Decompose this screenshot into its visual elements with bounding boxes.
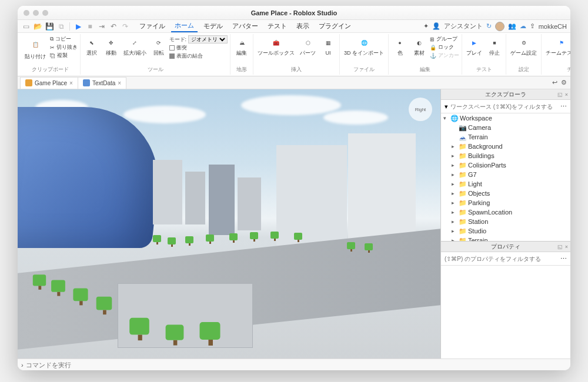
menu-avatar[interactable]: アバター — [229, 21, 262, 32]
group-tools-title: ツール — [148, 66, 163, 73]
explorer-tree[interactable]: ▾🌐 Workspace 📷Camera🗻Terrain▸📁Background… — [441, 113, 570, 241]
menu-test[interactable]: テスト — [264, 21, 290, 32]
tree-item[interactable]: ▸📁Parking — [441, 198, 570, 207]
game-settings-button[interactable]: ⚙ゲーム設定 — [509, 35, 539, 58]
assistant-label[interactable]: アシスタント — [444, 22, 483, 31]
step-icon[interactable]: ⇥ — [97, 22, 106, 31]
play-big-icon: ▶ — [468, 36, 481, 49]
menu-home[interactable]: ホーム — [171, 20, 198, 32]
duplicate-button[interactable]: ⿻複製 — [50, 52, 78, 59]
viewport-3d[interactable]: Right — [18, 89, 441, 358]
tab-textdata[interactable]: TextData × — [78, 77, 126, 89]
view-compass[interactable]: Right — [409, 98, 432, 121]
username[interactable]: mokkeCH — [539, 23, 567, 30]
tree-item[interactable]: ▸📁Terrain — [441, 236, 570, 241]
mode-row: モード:ジオメトリ — [169, 35, 228, 43]
user-avatar-icon[interactable] — [495, 22, 505, 31]
menu-model[interactable]: モデル — [200, 21, 226, 32]
select-button[interactable]: ⬉選択 — [83, 35, 101, 58]
refresh-icon[interactable]: ↻ — [486, 22, 492, 30]
traffic-max[interactable] — [42, 10, 48, 16]
ui-icon: ▦ — [322, 36, 335, 49]
scale-icon: ⤢ — [128, 36, 141, 49]
parts-button[interactable]: ⬡パーツ — [298, 35, 318, 58]
tree-item[interactable]: 🗻Terrain — [441, 132, 570, 142]
tree-item[interactable]: ▸📁Buildings — [441, 151, 570, 160]
sparkle-icon[interactable]: ✦ — [423, 22, 429, 30]
panel-popout-icon[interactable]: ◱ — [557, 244, 563, 250]
rotate-button[interactable]: ⟳回転 — [150, 35, 168, 58]
assistant-icon[interactable]: 👤 — [432, 22, 440, 30]
traffic-close[interactable] — [24, 10, 29, 16]
import3d-button[interactable]: 🌐3D をインポート — [342, 35, 386, 58]
tab-settings-icon[interactable]: ⚙ — [561, 79, 567, 86]
collide-checkbox[interactable]: 衝突 — [169, 44, 228, 52]
ribbon: 📋 貼り付け ⧉コピー ✂切り抜き ⿻複製 クリップボード ⬉選択 ✥移動 ⤢拡… — [18, 33, 570, 76]
tree-item[interactable]: ▸📁Objects — [441, 189, 570, 198]
share-icon[interactable]: ⇪ — [530, 22, 535, 30]
paste-button[interactable]: 📋 貼り付け — [22, 35, 48, 61]
cloud-icon[interactable]: ☁ — [520, 22, 526, 30]
mode-select[interactable]: ジオメトリ — [188, 35, 228, 43]
terrain-edit-button[interactable]: ⛰編集 — [233, 35, 250, 58]
menu-file[interactable]: ファイル — [136, 21, 169, 32]
teamtest-button[interactable]: ⚑チームテスト — [544, 35, 570, 58]
tree-item[interactable]: ▸📁Studio — [441, 226, 570, 236]
move-button[interactable]: ✥移動 — [102, 35, 120, 58]
tree-item[interactable]: ▸📁SpawnLocation — [441, 207, 570, 217]
prompt-icon: › — [21, 361, 24, 368]
color-button[interactable]: ●色 — [391, 35, 409, 58]
tree-item[interactable]: ▸📁G7 — [441, 170, 570, 179]
color-icon: ● — [393, 36, 406, 49]
menu-view[interactable]: 表示 — [293, 21, 313, 32]
folder-icon: 📁 — [459, 162, 467, 169]
play-button[interactable]: ▶プレイ — [465, 35, 484, 58]
undo-icon[interactable]: ↶ — [109, 22, 118, 31]
group-icon[interactable]: 👥 — [508, 22, 516, 30]
folder-icon: 📁 — [459, 143, 467, 150]
tree-root[interactable]: ▾🌐 Workspace — [441, 113, 570, 123]
lock-button[interactable]: 🔒ロック — [430, 43, 459, 51]
open-icon[interactable]: 📂 — [33, 22, 42, 31]
copy-button[interactable]: ⧉コピー — [50, 35, 78, 43]
ui-button[interactable]: ▦UI — [319, 35, 337, 58]
new-file-icon[interactable]: ▭ — [21, 22, 31, 31]
cut-icon: ✂ — [50, 45, 55, 51]
traffic-min[interactable] — [33, 10, 39, 16]
window-title: Game Place - Roblox Studio — [18, 9, 570, 16]
tree-item[interactable]: ▸📁Background — [441, 142, 570, 151]
tree-item[interactable]: ▸📁Light — [441, 179, 570, 189]
folder-icon: 📁 — [459, 190, 467, 197]
anchor-button[interactable]: ⚓アンカー — [430, 52, 459, 59]
filter-icon[interactable]: ▾ — [445, 103, 448, 110]
play-icon[interactable]: ▶ — [74, 22, 83, 31]
material-button[interactable]: ◐素材 — [410, 35, 428, 58]
anchor-icon: ⚓ — [430, 53, 436, 59]
cut-button[interactable]: ✂切り抜き — [50, 43, 78, 51]
menu-plugin[interactable]: プラグイン — [315, 21, 355, 32]
filter-menu-icon[interactable]: ⋯ — [560, 255, 567, 263]
group-button[interactable]: ⊞グループ — [430, 35, 459, 43]
tab-game-place[interactable]: Game Place × — [20, 77, 78, 89]
lock-icon: 🔒 — [430, 45, 436, 51]
gear-icon: ⚙ — [517, 36, 530, 49]
close-tab-icon[interactable]: × — [118, 80, 121, 86]
tree-item[interactable]: ▸📁ColisionParts — [441, 160, 570, 170]
save-icon[interactable]: 💾 — [45, 22, 54, 31]
panel-close-icon[interactable]: × — [565, 244, 568, 250]
tab-history-icon[interactable]: ↩ — [552, 79, 557, 86]
properties-filter-input[interactable] — [445, 254, 558, 263]
scale-button[interactable]: ⤢拡大/縮小 — [122, 35, 148, 58]
filter-menu-icon[interactable]: ⋯ — [560, 103, 567, 110]
explorer-filter-input[interactable] — [450, 102, 558, 111]
close-tab-icon[interactable]: × — [69, 80, 73, 86]
folder-icon: 📁 — [459, 227, 467, 235]
command-input[interactable] — [26, 361, 567, 368]
group-teamtest-title: チームテスト — [567, 66, 570, 73]
join-checkbox[interactable]: 表面の結合 — [169, 52, 228, 60]
tree-item[interactable]: 📷Camera — [441, 123, 570, 132]
panel-close-icon[interactable]: × — [565, 92, 568, 98]
toolbox-button[interactable]: 🧰ツールボックス — [256, 35, 296, 58]
panel-popout-icon[interactable]: ◱ — [557, 92, 563, 98]
tree-item[interactable]: ▸📁Station — [441, 217, 570, 226]
